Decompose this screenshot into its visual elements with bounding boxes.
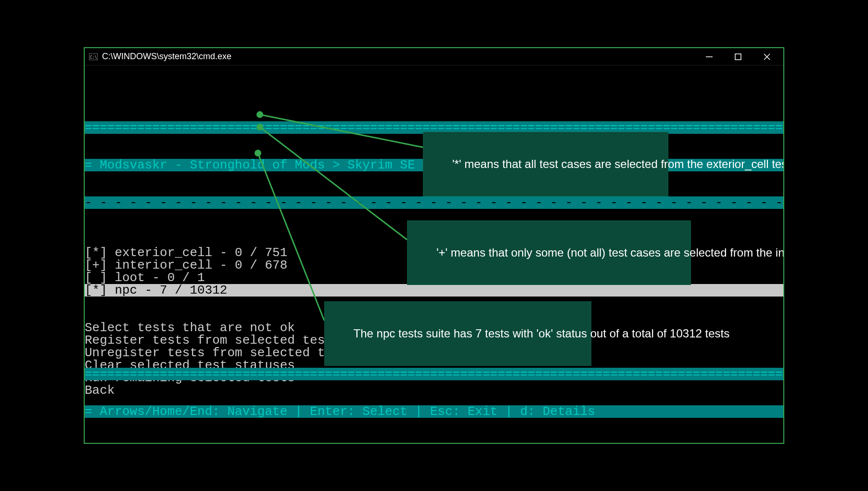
footer-help: = Arrows/Home/End: Navigate | Enter: Sel…	[85, 405, 783, 418]
maximize-icon	[735, 53, 741, 60]
svg-line-7	[260, 127, 407, 240]
maximize-button[interactable]	[724, 49, 753, 65]
terminal-area[interactable]: ========================================…	[85, 65, 783, 443]
dot-interior	[256, 124, 263, 130]
svg-text:C:\: C:\	[90, 55, 97, 60]
window-title: C:\WINDOWS\system32\cmd.exe	[102, 52, 695, 62]
footer-rule: ========================================…	[85, 368, 783, 380]
close-button[interactable]	[753, 49, 781, 65]
close-icon	[764, 53, 770, 60]
spacer	[85, 90, 783, 96]
cmd-icon: C:\	[89, 52, 98, 62]
callout-text: '*' means that all test cases are select…	[452, 157, 783, 170]
callout-plus: '+' means that only some (not all) test …	[407, 220, 691, 285]
window-controls	[695, 49, 781, 65]
minimize-button[interactable]	[695, 49, 724, 65]
app-window: C:\ C:\WINDOWS\system32\cmd.exe ========…	[84, 47, 784, 444]
suite-line-npc[interactable]: [*] npc - 7 / 10312	[85, 284, 783, 297]
dash-rule: - - - - - - - - - - - - - - - - - - - - …	[85, 196, 783, 209]
minimize-icon	[706, 53, 713, 60]
titlebar[interactable]: C:\ C:\WINDOWS\system32\cmd.exe	[85, 48, 783, 65]
dot-npc	[255, 150, 261, 156]
callout-asterisk: '*' means that all test cases are select…	[423, 132, 668, 196]
dot-exterior	[256, 111, 263, 118]
svg-rect-3	[735, 54, 741, 60]
callout-npc: The npc tests suite has 7 tests with 'ok…	[324, 301, 591, 366]
callout-text: '+' means that only some (not all) test …	[436, 246, 783, 259]
callout-text: The npc tests suite has 7 tests with 'ok…	[354, 327, 730, 340]
